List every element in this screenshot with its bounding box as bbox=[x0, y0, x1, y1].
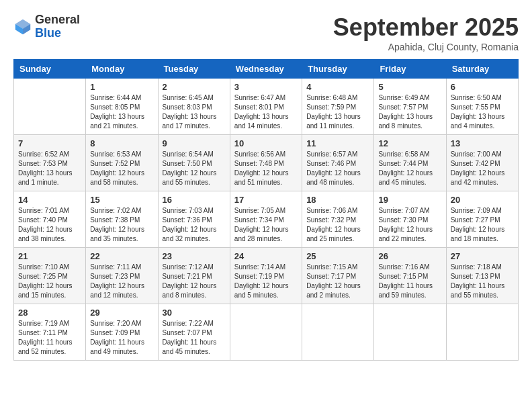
calendar-day-cell: 9Sunrise: 6:54 AM Sunset: 7:50 PM Daylig… bbox=[158, 135, 230, 191]
day-info: Sunrise: 7:02 AM Sunset: 7:38 PM Dayligh… bbox=[90, 206, 153, 244]
location: Apahida, Cluj County, Romania bbox=[333, 42, 519, 52]
calendar-day-cell: 20Sunrise: 7:09 AM Sunset: 7:27 PM Dayli… bbox=[446, 191, 518, 248]
day-number: 26 bbox=[378, 251, 441, 261]
calendar-day-cell bbox=[374, 304, 446, 361]
day-number: 9 bbox=[163, 138, 226, 148]
day-info: Sunrise: 7:01 AM Sunset: 7:40 PM Dayligh… bbox=[18, 206, 81, 244]
day-info: Sunrise: 7:16 AM Sunset: 7:15 PM Dayligh… bbox=[378, 263, 441, 300]
calendar-day-cell: 8Sunrise: 6:53 AM Sunset: 7:52 PM Daylig… bbox=[86, 135, 158, 191]
day-info: Sunrise: 6:47 AM Sunset: 8:01 PM Dayligh… bbox=[234, 93, 298, 131]
calendar-day-cell: 24Sunrise: 7:14 AM Sunset: 7:19 PM Dayli… bbox=[230, 248, 302, 304]
day-number: 17 bbox=[234, 195, 298, 205]
calendar-day-cell: 13Sunrise: 7:00 AM Sunset: 7:42 PM Dayli… bbox=[446, 135, 518, 191]
calendar-day-cell bbox=[230, 304, 302, 361]
day-number: 21 bbox=[18, 251, 81, 261]
day-of-week-header: Saturday bbox=[446, 60, 518, 79]
day-info: Sunrise: 6:53 AM Sunset: 7:52 PM Dayligh… bbox=[90, 150, 153, 187]
logo-blue: Blue bbox=[35, 27, 80, 40]
day-of-week-header: Friday bbox=[374, 60, 446, 79]
day-number: 4 bbox=[306, 82, 369, 92]
day-number: 7 bbox=[18, 138, 81, 148]
day-info: Sunrise: 7:14 AM Sunset: 7:19 PM Dayligh… bbox=[234, 263, 298, 300]
calendar-day-cell bbox=[14, 79, 86, 135]
day-number: 20 bbox=[451, 195, 514, 205]
calendar-day-cell: 28Sunrise: 7:19 AM Sunset: 7:11 PM Dayli… bbox=[14, 304, 86, 361]
calendar-day-cell: 3Sunrise: 6:47 AM Sunset: 8:01 PM Daylig… bbox=[230, 79, 302, 135]
calendar-day-cell: 15Sunrise: 7:02 AM Sunset: 7:38 PM Dayli… bbox=[86, 191, 158, 248]
day-of-week-header: Thursday bbox=[302, 60, 374, 79]
calendar-day-cell: 11Sunrise: 6:57 AM Sunset: 7:46 PM Dayli… bbox=[302, 135, 374, 191]
logo-text: General Blue bbox=[35, 13, 80, 40]
day-number: 30 bbox=[163, 308, 226, 318]
calendar-day-cell: 21Sunrise: 7:10 AM Sunset: 7:25 PM Dayli… bbox=[14, 248, 86, 304]
day-info: Sunrise: 6:54 AM Sunset: 7:50 PM Dayligh… bbox=[163, 150, 226, 187]
day-number: 29 bbox=[90, 308, 153, 318]
day-number: 22 bbox=[90, 251, 153, 261]
calendar-day-cell: 14Sunrise: 7:01 AM Sunset: 7:40 PM Dayli… bbox=[14, 191, 86, 248]
day-number: 11 bbox=[306, 138, 369, 148]
day-info: Sunrise: 7:09 AM Sunset: 7:27 PM Dayligh… bbox=[451, 206, 514, 244]
title-block: September 2025 Apahida, Cluj County, Rom… bbox=[333, 13, 519, 52]
day-number: 3 bbox=[234, 82, 298, 92]
calendar-day-cell bbox=[446, 304, 518, 361]
day-info: Sunrise: 6:52 AM Sunset: 7:53 PM Dayligh… bbox=[18, 150, 81, 187]
calendar-day-cell: 29Sunrise: 7:20 AM Sunset: 7:09 PM Dayli… bbox=[86, 304, 158, 361]
day-number: 15 bbox=[90, 195, 153, 205]
day-of-week-header: Wednesday bbox=[230, 60, 302, 79]
day-info: Sunrise: 7:20 AM Sunset: 7:09 PM Dayligh… bbox=[90, 319, 153, 357]
calendar-day-cell: 25Sunrise: 7:15 AM Sunset: 7:17 PM Dayli… bbox=[302, 248, 374, 304]
calendar-week-row: 7Sunrise: 6:52 AM Sunset: 7:53 PM Daylig… bbox=[14, 135, 519, 191]
day-number: 19 bbox=[378, 195, 441, 205]
calendar-day-cell: 18Sunrise: 7:06 AM Sunset: 7:32 PM Dayli… bbox=[302, 191, 374, 248]
calendar-day-cell bbox=[302, 304, 374, 361]
calendar-day-cell: 23Sunrise: 7:12 AM Sunset: 7:21 PM Dayli… bbox=[158, 248, 230, 304]
calendar-week-row: 28Sunrise: 7:19 AM Sunset: 7:11 PM Dayli… bbox=[14, 304, 519, 361]
day-number: 23 bbox=[163, 251, 226, 261]
day-info: Sunrise: 6:49 AM Sunset: 7:57 PM Dayligh… bbox=[378, 93, 441, 131]
calendar-day-cell: 5Sunrise: 6:49 AM Sunset: 7:57 PM Daylig… bbox=[374, 79, 446, 135]
calendar-day-cell: 10Sunrise: 6:56 AM Sunset: 7:48 PM Dayli… bbox=[230, 135, 302, 191]
calendar-day-cell: 16Sunrise: 7:03 AM Sunset: 7:36 PM Dayli… bbox=[158, 191, 230, 248]
day-info: Sunrise: 7:19 AM Sunset: 7:11 PM Dayligh… bbox=[18, 319, 81, 357]
day-number: 27 bbox=[451, 251, 514, 261]
logo-icon bbox=[13, 17, 32, 36]
day-info: Sunrise: 6:56 AM Sunset: 7:48 PM Dayligh… bbox=[234, 150, 298, 187]
day-of-week-header: Tuesday bbox=[158, 60, 230, 79]
day-number: 8 bbox=[90, 138, 153, 148]
day-info: Sunrise: 7:10 AM Sunset: 7:25 PM Dayligh… bbox=[18, 263, 81, 300]
day-info: Sunrise: 7:00 AM Sunset: 7:42 PM Dayligh… bbox=[451, 150, 514, 187]
calendar-day-cell: 17Sunrise: 7:05 AM Sunset: 7:34 PM Dayli… bbox=[230, 191, 302, 248]
calendar-week-row: 14Sunrise: 7:01 AM Sunset: 7:40 PM Dayli… bbox=[14, 191, 519, 248]
calendar-day-cell: 2Sunrise: 6:45 AM Sunset: 8:03 PM Daylig… bbox=[158, 79, 230, 135]
day-info: Sunrise: 7:15 AM Sunset: 7:17 PM Dayligh… bbox=[306, 263, 369, 300]
calendar-day-cell: 4Sunrise: 6:48 AM Sunset: 7:59 PM Daylig… bbox=[302, 79, 374, 135]
calendar-week-row: 21Sunrise: 7:10 AM Sunset: 7:25 PM Dayli… bbox=[14, 248, 519, 304]
day-info: Sunrise: 6:45 AM Sunset: 8:03 PM Dayligh… bbox=[163, 93, 226, 131]
day-info: Sunrise: 7:22 AM Sunset: 7:07 PM Dayligh… bbox=[163, 319, 226, 357]
day-info: Sunrise: 6:57 AM Sunset: 7:46 PM Dayligh… bbox=[306, 150, 369, 187]
day-info: Sunrise: 7:12 AM Sunset: 7:21 PM Dayligh… bbox=[163, 263, 226, 300]
day-info: Sunrise: 7:18 AM Sunset: 7:13 PM Dayligh… bbox=[451, 263, 514, 300]
month-title: September 2025 bbox=[333, 13, 519, 42]
calendar-day-cell: 7Sunrise: 6:52 AM Sunset: 7:53 PM Daylig… bbox=[14, 135, 86, 191]
day-number: 18 bbox=[306, 195, 369, 205]
day-number: 12 bbox=[378, 138, 441, 148]
page-header: General Blue September 2025 Apahida, Clu… bbox=[13, 13, 519, 52]
day-of-week-header: Sunday bbox=[14, 60, 86, 79]
calendar-day-cell: 22Sunrise: 7:11 AM Sunset: 7:23 PM Dayli… bbox=[86, 248, 158, 304]
logo: General Blue bbox=[13, 13, 80, 40]
calendar-day-cell: 19Sunrise: 7:07 AM Sunset: 7:30 PM Dayli… bbox=[374, 191, 446, 248]
day-info: Sunrise: 7:06 AM Sunset: 7:32 PM Dayligh… bbox=[306, 206, 369, 244]
day-number: 2 bbox=[163, 82, 226, 92]
calendar-table: SundayMondayTuesdayWednesdayThursdayFrid… bbox=[13, 59, 519, 361]
day-number: 28 bbox=[18, 308, 81, 318]
calendar-day-cell: 27Sunrise: 7:18 AM Sunset: 7:13 PM Dayli… bbox=[446, 248, 518, 304]
calendar-day-cell: 26Sunrise: 7:16 AM Sunset: 7:15 PM Dayli… bbox=[374, 248, 446, 304]
calendar-day-cell: 1Sunrise: 6:44 AM Sunset: 8:05 PM Daylig… bbox=[86, 79, 158, 135]
day-number: 25 bbox=[306, 251, 369, 261]
day-number: 10 bbox=[234, 138, 298, 148]
calendar-week-row: 1Sunrise: 6:44 AM Sunset: 8:05 PM Daylig… bbox=[14, 79, 519, 135]
calendar-day-cell: 6Sunrise: 6:50 AM Sunset: 7:55 PM Daylig… bbox=[446, 79, 518, 135]
day-number: 16 bbox=[163, 195, 226, 205]
day-info: Sunrise: 6:50 AM Sunset: 7:55 PM Dayligh… bbox=[451, 93, 514, 131]
